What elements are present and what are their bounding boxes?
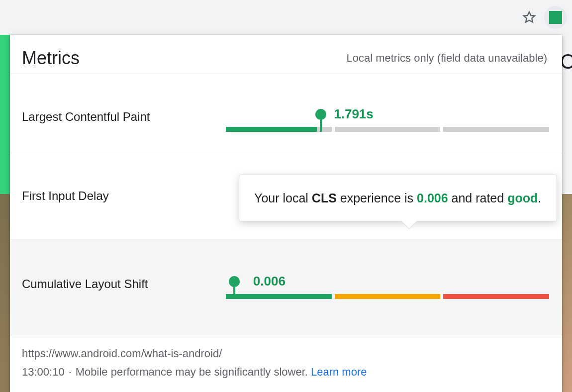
gauge-track: [226, 294, 549, 299]
gauge-segment-poor: [443, 294, 549, 299]
metric-label: Cumulative Layout Shift: [22, 277, 226, 291]
tooltip-rating: good: [507, 191, 538, 205]
footer-line: 13:00:10·Mobile performance may be signi…: [22, 363, 550, 381]
tooltip-value: 0.006: [417, 191, 448, 205]
gauge-marker-dot: [229, 276, 240, 287]
gauge-segment-needs-improvement: [335, 127, 441, 132]
gauge-segment-good: [226, 127, 332, 132]
separator-dot: ·: [69, 366, 72, 378]
web-vitals-panel: Metrics Local metrics only (field data u…: [10, 35, 562, 392]
gauge-segment-needs-improvement: [335, 294, 441, 299]
gauge-marker-dot: [315, 109, 326, 120]
tooltip-metric-abbrev: CLS: [312, 191, 337, 205]
footer-note: Mobile performance may be significantly …: [76, 366, 308, 378]
metric-label: Largest Contentful Paint: [22, 110, 226, 124]
panel-footer: https://www.android.com/what-is-android/…: [10, 335, 562, 392]
metric-tooltip: Your local CLS experience is 0.006 and r…: [239, 175, 557, 221]
gauge-track: [226, 127, 549, 132]
bookmark-star-button[interactable]: [521, 9, 537, 25]
footer-url: https://www.android.com/what-is-android/: [22, 344, 550, 363]
panel-title: Metrics: [22, 48, 80, 69]
panel-subtitle: Local metrics only (field data unavailab…: [346, 52, 547, 65]
extension-badge[interactable]: [544, 6, 567, 29]
tooltip-text: experience is: [337, 191, 417, 205]
metric-value: 1.791s: [334, 106, 374, 122]
footer-time: 13:00:10: [22, 366, 65, 378]
learn-more-link[interactable]: Learn more: [311, 366, 367, 378]
tooltip-text: and rated: [448, 191, 508, 205]
metric-value: 0.006: [253, 274, 286, 289]
gauge-marker: [320, 120, 322, 132]
tooltip-text: .: [538, 191, 541, 205]
metric-row-lcp: Largest Contentful Paint 1.791s: [10, 74, 562, 153]
gauge-segment-good: [226, 294, 332, 299]
gauge-segment-poor: [443, 127, 549, 132]
metric-row-cls: Cumulative Layout Shift 0.006 Your local…: [10, 239, 562, 335]
star-icon: [522, 10, 536, 24]
extension-status-icon: [549, 11, 562, 24]
tooltip-text: Your local: [254, 191, 312, 205]
browser-toolbar: [0, 0, 572, 35]
metric-gauge-lcp: 1.791s: [226, 102, 562, 132]
panel-header: Metrics Local metrics only (field data u…: [10, 35, 562, 74]
metric-label: First Input Delay: [22, 189, 226, 203]
metric-gauge-cls: 0.006: [226, 269, 562, 299]
gauge-marker: [233, 287, 235, 299]
